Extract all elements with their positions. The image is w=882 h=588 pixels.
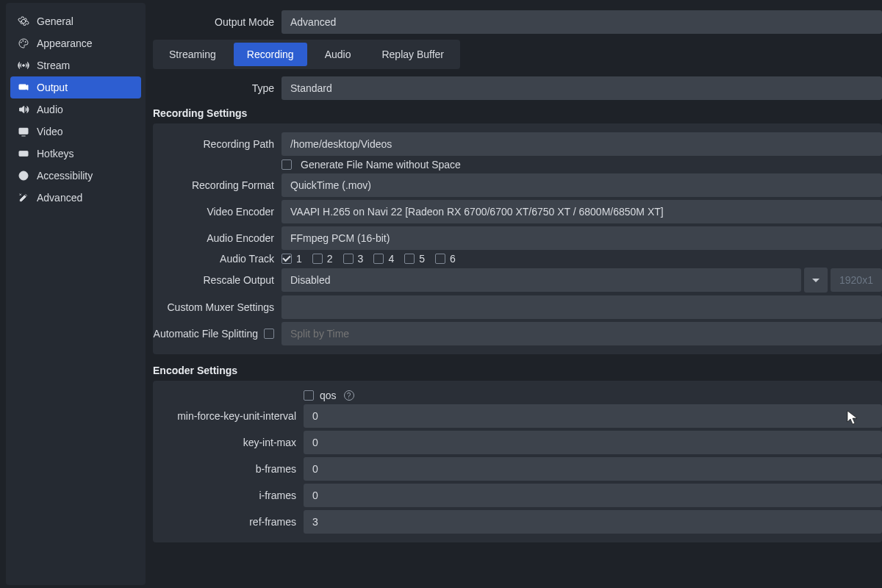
auto-split-checkbox[interactable]: [264, 329, 274, 339]
speaker-icon: [18, 104, 29, 115]
track-5-checkbox[interactable]: [404, 254, 415, 264]
tab-replay-buffer[interactable]: Replay Buffer: [368, 43, 457, 66]
gear-icon: [18, 15, 29, 27]
enc-row-label: b-frames: [153, 463, 304, 475]
audio-track-group: 1 2 3 4 5 6: [282, 253, 456, 265]
track-4-checkbox[interactable]: [373, 254, 384, 264]
sidebar-item-label: Advanced: [37, 192, 82, 204]
keyboard-icon: [18, 148, 29, 159]
accessibility-icon: [18, 170, 29, 182]
qos-checkbox[interactable]: [304, 390, 314, 401]
broadcast-icon: [18, 60, 29, 71]
rescale-output-dropdown-icon[interactable]: [804, 268, 828, 293]
svg-rect-6: [19, 151, 28, 157]
i-frames-input[interactable]: [304, 484, 882, 507]
rescale-output-label: Rescale Output: [153, 274, 282, 286]
svg-rect-5: [19, 128, 28, 134]
gen-no-space-checkbox[interactable]: [282, 159, 292, 170]
qos-label: qos: [320, 390, 337, 401]
track-2-checkbox[interactable]: [312, 254, 323, 264]
enc-row-label: ref-frames: [153, 516, 304, 528]
type-label: Type: [153, 82, 282, 94]
custom-muxer-label: Custom Muxer Settings: [153, 301, 282, 313]
sidebar-item-label: Video: [37, 126, 63, 137]
sidebar-item-label: Stream: [37, 60, 70, 71]
ref-frames-input[interactable]: [304, 510, 882, 534]
key-int-max-input[interactable]: [304, 431, 882, 454]
output-mode-select[interactable]: Advanced: [282, 10, 882, 34]
sidebar-item-label: General: [37, 15, 74, 27]
video-encoder-select[interactable]: VAAPI H.265 on Navi 22 [Radeon RX 6700/6…: [282, 200, 882, 223]
recording-format-select[interactable]: QuickTime (.mov): [282, 173, 882, 197]
sidebar-item-advanced[interactable]: Advanced: [10, 187, 141, 209]
main-panel: Output Mode Advanced Streaming Recording…: [146, 0, 882, 588]
sidebar-item-audio[interactable]: Audio: [10, 98, 141, 121]
track-label: 5: [419, 253, 425, 265]
svg-point-2: [25, 41, 26, 42]
type-select[interactable]: Standard: [282, 76, 882, 100]
audio-encoder-select[interactable]: FFmpeg PCM (16-bit): [282, 226, 882, 250]
gen-no-space-label: Generate File Name without Space: [301, 159, 461, 171]
svg-point-8: [23, 173, 24, 174]
min-force-key-unit-interval-input[interactable]: [304, 404, 882, 428]
b-frames-input[interactable]: [304, 457, 882, 481]
enc-row-label: min-force-key-unit-interval: [153, 410, 304, 422]
sidebar-item-hotkeys[interactable]: Hotkeys: [10, 143, 141, 165]
recording-settings-panel: Recording Path Generate File Name withou…: [153, 123, 882, 354]
recording-settings-header: Recording Settings: [153, 107, 882, 119]
track-3-checkbox[interactable]: [343, 254, 354, 264]
auto-split-label: Automatic File Splitting: [154, 328, 258, 340]
output-icon: [18, 82, 29, 93]
palette-icon: [18, 37, 29, 49]
custom-muxer-input[interactable]: [282, 295, 882, 319]
encoder-settings-panel: qos ? min-force-key-unit-interval key-in…: [153, 381, 882, 542]
tools-icon: [18, 192, 29, 204]
tab-recording[interactable]: Recording: [234, 43, 307, 66]
track-label: 4: [388, 253, 394, 265]
svg-point-1: [23, 40, 24, 41]
track-label: 1: [296, 253, 302, 265]
enc-row-label: key-int-max: [153, 437, 304, 448]
sidebar-item-output[interactable]: Output: [10, 76, 141, 98]
sidebar-item-label: Hotkeys: [37, 148, 74, 159]
rescale-size-input[interactable]: [831, 268, 882, 292]
sidebar-item-label: Accessibility: [37, 170, 93, 182]
sidebar-item-video[interactable]: Video: [10, 121, 141, 143]
svg-rect-4: [19, 85, 26, 90]
tab-streaming[interactable]: Streaming: [156, 43, 229, 66]
settings-sidebar: General Appearance Stream Output Audio V…: [6, 3, 146, 585]
sidebar-item-general[interactable]: General: [10, 10, 141, 32]
recording-path-input[interactable]: [282, 132, 882, 156]
encoder-settings-header: Encoder Settings: [153, 365, 882, 376]
tab-audio[interactable]: Audio: [312, 43, 365, 66]
output-tabbar: Streaming Recording Audio Replay Buffer: [153, 40, 460, 69]
monitor-icon: [18, 126, 29, 137]
audio-track-label: Audio Track: [153, 253, 282, 265]
svg-point-0: [21, 42, 21, 43]
rescale-output-select[interactable]: Disabled: [282, 268, 801, 292]
output-mode-label: Output Mode: [153, 16, 282, 28]
svg-point-3: [23, 65, 25, 67]
track-label: 6: [450, 253, 456, 265]
track-label: 2: [327, 253, 333, 265]
sidebar-item-accessibility[interactable]: Accessibility: [10, 165, 141, 187]
sidebar-item-stream[interactable]: Stream: [10, 54, 141, 76]
track-label: 3: [358, 253, 364, 265]
help-icon[interactable]: ?: [344, 390, 354, 401]
sidebar-item-label: Output: [37, 82, 68, 93]
sidebar-item-label: Appearance: [37, 37, 93, 49]
split-mode-select[interactable]: [282, 322, 882, 345]
sidebar-item-label: Audio: [37, 104, 63, 115]
sidebar-item-appearance[interactable]: Appearance: [10, 32, 141, 54]
video-encoder-label: Video Encoder: [153, 206, 282, 218]
enc-row-label: i-frames: [153, 490, 304, 501]
recording-path-label: Recording Path: [153, 138, 282, 150]
track-6-checkbox[interactable]: [435, 254, 445, 264]
track-1-checkbox[interactable]: [282, 254, 292, 264]
audio-encoder-label: Audio Encoder: [153, 232, 282, 244]
recording-format-label: Recording Format: [153, 179, 282, 191]
